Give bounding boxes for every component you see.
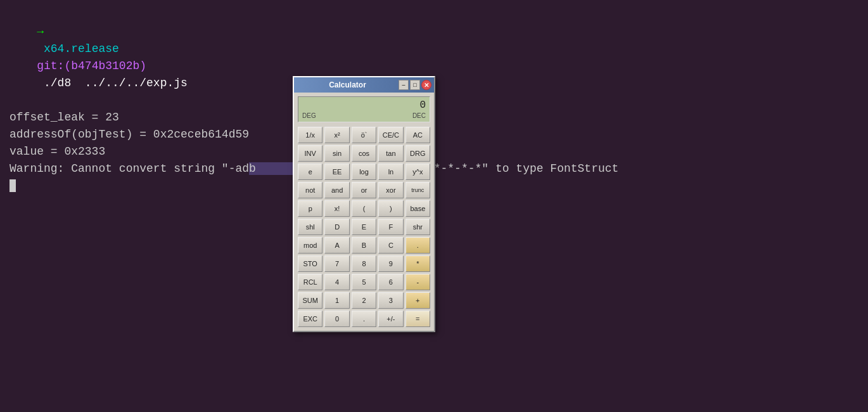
calculator-buttons: 1/x x² ö` CE/C AC INV sin cos tan DRG e … — [294, 124, 434, 331]
btn-1[interactable]: 1 — [324, 292, 349, 309]
btn-8[interactable]: 8 — [352, 255, 376, 272]
calculator-title: Calculator — [297, 80, 399, 89]
calc-row-5: p x! ( ) base — [298, 200, 430, 217]
calc-row-10: SUM 1 2 3 + — [298, 292, 430, 309]
btn-ln[interactable]: ln — [378, 164, 403, 180]
terminal-cursor — [10, 179, 16, 192]
calc-row-3: e EE log ln y^x — [298, 164, 430, 180]
btn-sto[interactable]: STO — [298, 255, 322, 272]
btn-plus-minus[interactable]: +/- — [378, 311, 403, 327]
btn-a[interactable]: A — [324, 237, 349, 254]
calc-row-8: STO 7 8 9 * — [298, 255, 430, 272]
btn-reciprocal[interactable]: 1/x — [298, 127, 322, 143]
prompt-release: x64.release — [37, 42, 125, 55]
btn-rcl[interactable]: RCL — [298, 274, 322, 290]
btn-cos[interactable]: cos — [352, 145, 376, 162]
btn-c[interactable]: C — [378, 237, 403, 254]
btn-add[interactable]: + — [405, 292, 430, 309]
calc-row-4: not and or xor trunc — [298, 182, 430, 198]
btn-6[interactable]: 6 — [378, 274, 403, 290]
btn-odia[interactable]: ö` — [352, 127, 376, 143]
prompt-arrow: → — [37, 25, 44, 38]
btn-drg[interactable]: DRG — [405, 145, 430, 162]
btn-f[interactable]: F — [378, 219, 403, 235]
btn-b[interactable]: B — [352, 237, 376, 254]
btn-2[interactable]: 2 — [352, 292, 376, 309]
btn-factorial[interactable]: x! — [324, 200, 349, 217]
btn-shl[interactable]: shl — [298, 219, 322, 235]
btn-3[interactable]: 3 — [378, 292, 403, 309]
display-mode-angle: DEG — [302, 112, 316, 119]
calc-row-1: 1/x x² ö` CE/C AC — [298, 127, 430, 143]
btn-xor[interactable]: xor — [378, 182, 403, 198]
btn-multiply[interactable]: * — [405, 255, 430, 272]
btn-sum[interactable]: SUM — [298, 292, 322, 309]
btn-and[interactable]: and — [324, 182, 349, 198]
btn-5[interactable]: 5 — [352, 274, 376, 290]
btn-ce-c[interactable]: CE/C — [378, 127, 403, 143]
btn-exc[interactable]: EXC — [298, 311, 322, 327]
calc-row-6: shl D E F shr — [298, 219, 430, 235]
btn-square[interactable]: x² — [324, 127, 349, 143]
btn-ac[interactable]: AC — [405, 127, 430, 143]
display-modes: DEG DEC — [302, 112, 426, 119]
btn-dot[interactable]: . — [352, 311, 376, 327]
btn-not[interactable]: not — [298, 182, 322, 198]
btn-decimal-point-top[interactable]: . — [405, 237, 430, 254]
btn-9[interactable]: 9 — [378, 255, 403, 272]
btn-subtract[interactable]: - — [405, 274, 430, 290]
calculator-titlebar: Calculator – □ ✕ — [294, 77, 434, 93]
btn-close-paren[interactable]: ) — [378, 200, 403, 217]
display-mode-base: DEC — [412, 112, 426, 119]
btn-d[interactable]: D — [324, 219, 349, 235]
btn-e-hex[interactable]: E — [352, 219, 376, 235]
calculator-window: Calculator – □ ✕ 0 DEG DEC 1/x x² ö` CE/… — [293, 76, 435, 332]
btn-open-paren[interactable]: ( — [352, 200, 376, 217]
btn-inv[interactable]: INV — [298, 145, 322, 162]
calc-row-2: INV sin cos tan DRG — [298, 145, 430, 162]
calculator-display: 0 DEG DEC — [298, 96, 430, 122]
prompt-cmd: ./d8 ../../../exp.js — [37, 77, 188, 89]
prompt-branch: git:(b474b3102b) — [37, 60, 146, 72]
btn-base[interactable]: base — [405, 200, 430, 217]
btn-shr[interactable]: shr — [405, 219, 430, 235]
btn-sin[interactable]: sin — [324, 145, 349, 162]
maximize-button[interactable]: □ — [410, 80, 420, 90]
btn-e[interactable]: e — [298, 164, 322, 180]
btn-p[interactable]: p — [298, 200, 322, 217]
btn-tan[interactable]: tan — [378, 145, 403, 162]
btn-equals[interactable]: = — [405, 311, 430, 327]
btn-4[interactable]: 4 — [324, 274, 349, 290]
calc-row-7: mod A B C . — [298, 237, 430, 254]
btn-0[interactable]: 0 — [324, 311, 349, 327]
calc-row-9: RCL 4 5 6 - — [298, 274, 430, 290]
minimize-button[interactable]: – — [399, 80, 409, 90]
btn-log[interactable]: log — [352, 164, 376, 180]
calc-row-11: EXC 0 . +/- = — [298, 311, 430, 327]
btn-mod[interactable]: mod — [298, 237, 322, 254]
btn-or[interactable]: or — [352, 182, 376, 198]
btn-ee[interactable]: EE — [324, 164, 349, 180]
display-value: 0 — [302, 100, 426, 112]
close-button[interactable]: ✕ — [421, 80, 431, 90]
btn-yx[interactable]: y^x — [405, 164, 430, 180]
btn-7[interactable]: 7 — [324, 255, 349, 272]
titlebar-buttons: – □ ✕ — [399, 80, 431, 90]
btn-trunc[interactable]: trunc — [405, 182, 430, 198]
